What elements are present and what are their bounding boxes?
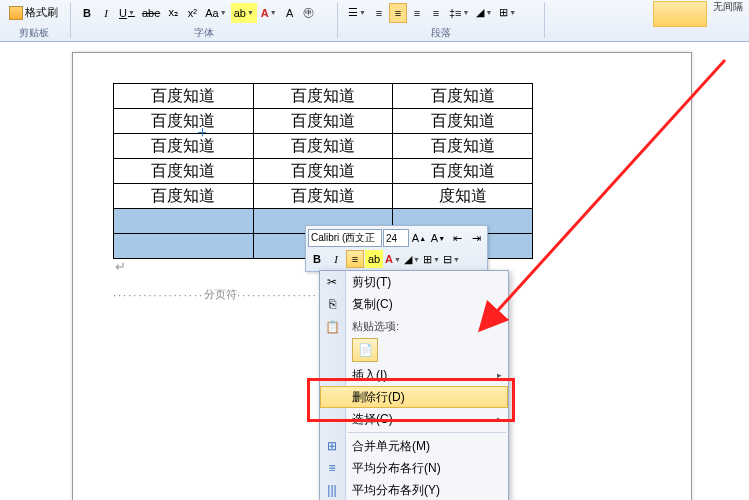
align-right-button[interactable]: ≡ [408,3,426,23]
mini-format-painter[interactable]: ◢▼ [403,250,421,268]
mini-font-color[interactable]: A▼ [384,250,402,268]
align-center-button[interactable]: ≡ [389,3,407,23]
ctx-delete-row[interactable]: 删除行(D) [320,386,508,408]
ribbon: 格式刷 剪贴板 B I U▼ abe x₂ x² Aa▼ ab▼ A▼ A ㊥ … [0,0,749,42]
case-button[interactable]: Aa▼ [202,3,229,23]
format-painter-button[interactable]: 格式刷 [4,3,63,23]
style-normal[interactable] [653,1,707,27]
enclose-button[interactable]: ㊥ [300,3,318,23]
ctx-paste-header: 📋 粘贴选项: [320,315,508,336]
paragraph-mark-icon: ↵ [115,259,126,274]
mini-center[interactable]: ≡ [346,250,364,268]
ctx-copy[interactable]: ⎘ 复制(C) [320,293,508,315]
ctx-paste-option[interactable]: 📄 [352,338,378,362]
mini-highlight[interactable]: ab [365,250,383,268]
mini-bold[interactable]: B [308,250,326,268]
paragraph-group: ☰▼ ≡ ≡ ≡ ≡ ‡≡▼ ◢▼ ⊞▼ 段落 [341,0,541,41]
strike-button[interactable]: abe [139,3,163,23]
ctx-distribute-cols[interactable]: ||| 平均分布各列(Y) [320,479,508,500]
paintbrush-icon [9,6,23,20]
mini-font-size[interactable] [383,229,409,247]
separator [70,2,71,38]
dist-rows-icon: ≡ [324,460,340,476]
format-painter-label: 格式刷 [25,5,58,20]
justify-button[interactable]: ≡ [427,3,445,23]
mini-font-name[interactable] [308,229,382,247]
page-break-label: 分页符 [204,287,237,302]
ctx-cut[interactable]: ✂ 剪切(T) [320,271,508,293]
table-anchor-icon [198,128,208,138]
shading-button[interactable]: ◢▼ [473,3,495,23]
mini-delete[interactable]: ⊟▼ [442,250,461,268]
bullets-button[interactable]: ☰▼ [345,3,369,23]
table-row: 百度知道百度知道百度知道 [114,84,533,109]
table-row: 百度知道百度知道百度知道 [114,159,533,184]
font-group-label: 字体 [78,25,330,41]
copy-icon: ⎘ [324,296,340,312]
clipboard-group-label: 剪贴板 [4,25,63,41]
char-shading-button[interactable]: A [281,3,299,23]
borders-button[interactable]: ⊞▼ [496,3,519,23]
scissors-icon: ✂ [324,274,340,290]
highlight-button[interactable]: ab▼ [231,3,257,23]
align-left-button[interactable]: ≡ [370,3,388,23]
separator [544,2,545,38]
font-group: B I U▼ abe x₂ x² Aa▼ ab▼ A▼ A ㊥ 字体 [74,0,334,41]
ctx-distribute-rows[interactable]: ≡ 平均分布各行(N) [320,457,508,479]
clipboard-group: 格式刷 剪贴板 [0,0,67,41]
line-spacing-button[interactable]: ‡≡▼ [446,3,472,23]
subscript-button[interactable]: x₂ [164,3,182,23]
table-row: 百度知道百度知道度知道 [114,184,533,209]
italic-button[interactable]: I [97,3,115,23]
mini-insert[interactable]: ⊞▼ [422,250,441,268]
clipboard-icon: 📋 [324,319,340,335]
context-menu: ✂ 剪切(T) ⎘ 复制(C) 📋 粘贴选项: 📄 插入(I)▸ 删除行(D) … [319,270,509,500]
underline-button[interactable]: U▼ [116,3,138,23]
style-label: 无间隔 [711,0,745,14]
merge-icon: ⊞ [324,438,340,454]
mini-shrink-font[interactable]: A▼ [429,229,447,247]
table-row: 百度知道百度知道百度知道 [114,109,533,134]
paragraph-group-label: 段落 [345,25,537,41]
ctx-insert[interactable]: 插入(I)▸ [320,364,508,386]
separator [337,2,338,38]
mini-indent-dec[interactable]: ⇤ [448,229,466,247]
mini-italic[interactable]: I [327,250,345,268]
dist-cols-icon: ||| [324,482,340,498]
superscript-button[interactable]: x² [183,3,201,23]
bold-button[interactable]: B [78,3,96,23]
ctx-merge-cells[interactable]: ⊞ 合并单元格(M) [320,435,508,457]
mini-grow-font[interactable]: A▲ [410,229,428,247]
table-row: 百度知道百度知道百度知道 [114,134,533,159]
font-color-button[interactable]: A▼ [258,3,280,23]
paste-icon: 📄 [358,343,373,357]
mini-indent-inc[interactable]: ⇥ [467,229,485,247]
styles-group: 无间隔 [653,0,745,27]
mini-toolbar: A▲ A▼ ⇤ ⇥ B I ≡ ab A▼ ◢▼ ⊞▼ ⊟▼ [305,225,488,272]
ctx-select[interactable]: 选择(C)▸ [320,408,508,430]
